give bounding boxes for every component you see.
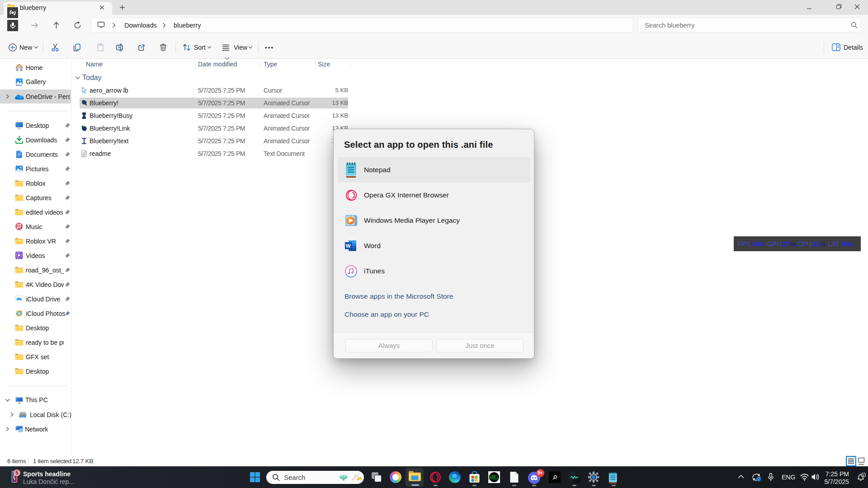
- svg-text:A: A: [118, 45, 121, 50]
- svg-text:W: W: [346, 243, 351, 249]
